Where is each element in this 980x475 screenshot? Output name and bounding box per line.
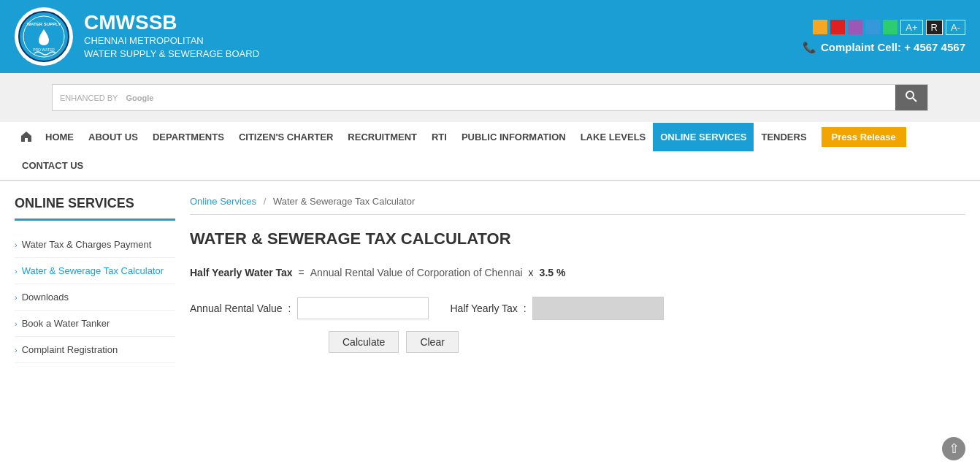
sidebar-item-label: Downloads xyxy=(22,292,175,303)
sidebar-item-label: Water Tax & Charges Payment xyxy=(22,239,175,250)
color-blue[interactable] xyxy=(865,20,880,34)
color-yellow[interactable] xyxy=(813,20,827,34)
content: Online Services / Water & Sewerage Tax C… xyxy=(190,196,965,363)
nav-bar: HOME ABOUT US DEPARTMENTS CITIZEN'S CHAR… xyxy=(0,122,980,181)
nav-rti[interactable]: RTI xyxy=(424,123,454,151)
search-inner: ENHANCED BY Google xyxy=(52,84,928,111)
font-decrease-button[interactable]: A- xyxy=(946,20,965,35)
chevron-icon: › xyxy=(15,319,18,328)
chevron-icon: › xyxy=(15,240,18,249)
font-reset-button[interactable]: R xyxy=(926,20,943,35)
page-title: WATER & SEWERAGE TAX CALCULATOR xyxy=(190,229,965,248)
chevron-icon: › xyxy=(15,346,18,354)
logo: WATER SUPPLY PRO WATER xyxy=(15,7,73,66)
half-yearly-label: Half Yearly Tax xyxy=(451,303,518,314)
nav-home[interactable]: HOME xyxy=(38,123,81,151)
main: ONLINE SERVICES › Water Tax & Charges Pa… xyxy=(0,181,980,378)
chevron-icon: › xyxy=(15,267,18,276)
half-yearly-group: Half Yearly Tax : xyxy=(451,297,664,320)
search-button[interactable] xyxy=(895,85,927,110)
org-full: CHENNAI METROPOLITAN WATER SUPPLY & SEWE… xyxy=(84,34,259,61)
annual-rental-label: Annual Rental Value xyxy=(190,303,283,314)
sidebar-item-downloads[interactable]: › Downloads xyxy=(15,284,175,311)
sidebar-item-label: Complaint Registration xyxy=(22,344,175,355)
sidebar-title: ONLINE SERVICES xyxy=(15,196,175,221)
half-yearly-result xyxy=(532,297,664,320)
nav-tenders[interactable]: TENDERS xyxy=(754,123,814,151)
sidebar-item-water-tax[interactable]: › Water Tax & Charges Payment xyxy=(15,232,175,258)
sidebar-item-label: Book a Water Tanker xyxy=(22,318,175,329)
nav-departments[interactable]: DEPARTMENTS xyxy=(145,123,231,151)
half-yearly-colon: : xyxy=(524,303,527,314)
home-icon[interactable] xyxy=(15,122,38,151)
form-row: Annual Rental Value : Half Yearly Tax : xyxy=(190,297,965,320)
color-green[interactable] xyxy=(883,20,897,34)
breadcrumb: Online Services / Water & Sewerage Tax C… xyxy=(190,196,965,215)
breadcrumb-link[interactable]: Online Services xyxy=(190,196,256,207)
header-title: CMWSSB CHENNAI METROPOLITAN WATER SUPPLY… xyxy=(84,12,259,61)
breadcrumb-separator: / xyxy=(264,196,267,207)
sidebar-item-complaint[interactable]: › Complaint Registration xyxy=(15,337,175,363)
formula-x: x xyxy=(529,267,534,278)
nav-recruitment[interactable]: RECRUITMENT xyxy=(340,123,424,151)
nav-public-info[interactable]: PUBLIC INFORMATION xyxy=(454,123,573,151)
formula-equals: = xyxy=(299,267,305,278)
formula-percent: 3.5 % xyxy=(540,267,566,278)
nav-about[interactable]: ABOUT US xyxy=(81,123,145,151)
header: WATER SUPPLY PRO WATER CMWSSB CHENNAI ME… xyxy=(0,0,980,73)
search-bar: ENHANCED BY Google xyxy=(0,73,980,122)
color-purple[interactable] xyxy=(848,20,862,34)
svg-text:WATER SUPPLY: WATER SUPPLY xyxy=(27,22,61,26)
svg-line-5 xyxy=(913,98,916,102)
nav-inner: HOME ABOUT US DEPARTMENTS CITIZEN'S CHAR… xyxy=(15,122,965,151)
sidebar-item-tax-calculator[interactable]: › Water & Sewerage Tax Calculator xyxy=(15,258,175,284)
accessibility-bar: A+ R A- xyxy=(803,20,965,35)
formula-row: Half Yearly Water Tax = Annual Rental Va… xyxy=(190,267,965,278)
btn-row: Calculate Clear xyxy=(329,331,965,353)
header-right: A+ R A- 📞 Complaint Cell: + 4567 4567 xyxy=(803,20,965,54)
phone-icon: 📞 xyxy=(803,41,816,54)
press-release-button[interactable]: Press Release xyxy=(822,127,906,147)
search-input[interactable] xyxy=(161,85,895,110)
header-left: WATER SUPPLY PRO WATER CMWSSB CHENNAI ME… xyxy=(15,7,259,66)
annual-rental-colon: : xyxy=(288,303,291,314)
sidebar-item-water-tanker[interactable]: › Book a Water Tanker xyxy=(15,311,175,337)
formula-label: Half Yearly Water Tax xyxy=(190,267,293,278)
nav-online-services[interactable]: ONLINE SERVICES xyxy=(653,123,754,151)
sidebar: ONLINE SERVICES › Water Tax & Charges Pa… xyxy=(15,196,175,363)
nav-contact[interactable]: CONTACT US xyxy=(15,151,91,180)
breadcrumb-current: Water & Sewerage Tax Calculator xyxy=(273,196,415,207)
color-red[interactable] xyxy=(830,20,845,34)
nav-lake-levels[interactable]: LAKE LEVELS xyxy=(573,123,654,151)
sidebar-item-label: Water & Sewerage Tax Calculator xyxy=(22,265,175,276)
calculate-button[interactable]: Calculate xyxy=(329,331,399,353)
svg-text:PRO WATER: PRO WATER xyxy=(33,48,55,52)
annual-rental-input[interactable] xyxy=(297,297,429,319)
enhanced-label: ENHANCED BY Google xyxy=(53,85,161,110)
annual-rental-group: Annual Rental Value : xyxy=(190,297,429,319)
formula-value: Annual Rental Value of Corporation of Ch… xyxy=(310,267,523,278)
clear-button[interactable]: Clear xyxy=(406,331,458,353)
nav-charter[interactable]: CITIZEN'S CHARTER xyxy=(231,123,340,151)
svg-point-4 xyxy=(906,91,914,99)
complaint-cell: 📞 Complaint Cell: + 4567 4567 xyxy=(803,41,965,54)
font-increase-button[interactable]: A+ xyxy=(900,20,922,35)
org-short: CMWSSB xyxy=(84,12,259,34)
nav-row2: CONTACT US xyxy=(15,151,965,180)
chevron-icon: › xyxy=(15,293,18,302)
